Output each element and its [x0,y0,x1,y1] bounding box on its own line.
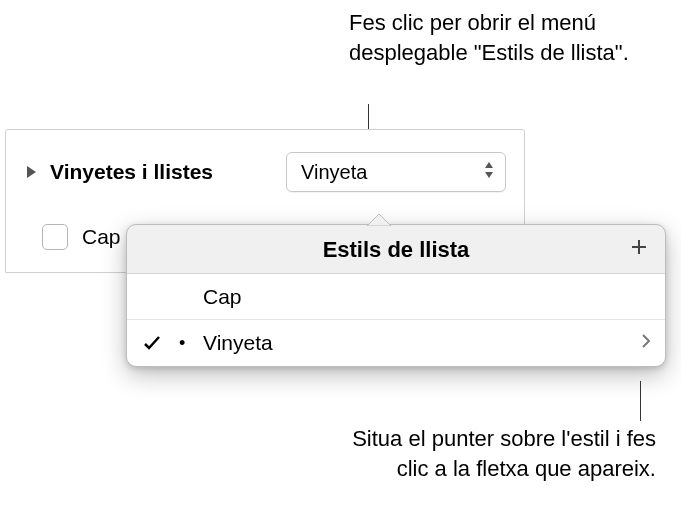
popup-button-value: Vinyeta [301,161,367,184]
list-item-label: Cap [127,285,665,309]
list-styles-popover: Estils de llista Cap • Vinyeta [126,224,666,367]
popover-list: Cap • Vinyeta [127,274,665,366]
callout-top: Fes clic per obrir el menú desplegable "… [349,8,649,67]
panel-header: Vinyetes i llistes Vinyeta [6,130,524,210]
callout-leader-bottom [640,381,641,421]
list-item[interactable]: • Vinyeta [127,320,665,366]
popover-header: Estils de llista [127,225,665,274]
chevron-right-icon[interactable] [641,333,651,353]
bullet-preview-icon: • [177,333,203,354]
checkmark-icon [127,335,177,351]
svg-marker-1 [485,162,493,168]
svg-marker-2 [485,172,493,178]
list-item-label: Vinyeta [203,331,665,355]
section-label: Vinyetes i llistes [50,160,274,184]
callout-bottom: Situa el punter sobre l'estil i fes clic… [336,424,656,483]
disclosure-triangle-icon[interactable] [24,165,38,179]
popover-title: Estils de llista [323,237,470,262]
checkbox[interactable] [42,224,68,250]
chevron-up-down-icon [483,160,495,184]
cap-label: Cap [82,225,121,249]
list-style-popup-button[interactable]: Vinyeta [286,152,506,192]
add-style-button[interactable] [627,235,651,259]
svg-marker-0 [27,166,36,178]
list-item[interactable]: Cap [127,274,665,320]
